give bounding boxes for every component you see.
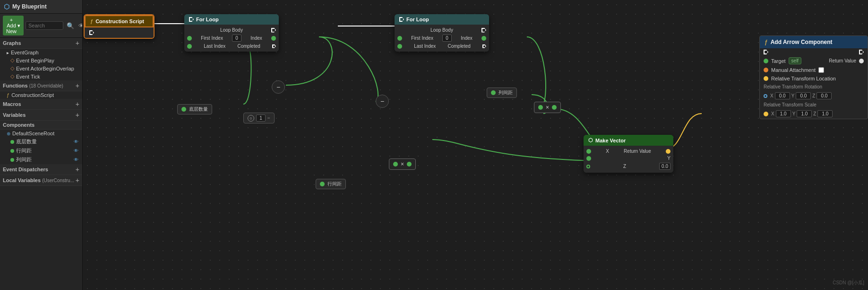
event-icon: ◇ (10, 57, 14, 63)
sidebar-toolbar: + Add New ▾ 🔍 👁 (0, 14, 82, 38)
make-vector-y-row: Y (584, 155, 673, 162)
rotation-z-input[interactable] (816, 92, 832, 99)
watermark: CSDN @[小瓜] (833, 280, 864, 286)
multiply-node-upper: × (534, 102, 561, 113)
eye-icon-col[interactable]: 👁 (74, 157, 78, 162)
sidebar: ⬡ My Blueprint + Add New ▾ 🔍 👁 Graphs + … (0, 0, 83, 290)
index-out-pin-fl2 (481, 36, 486, 41)
for-loop-1-node: For Loop Loop Body First Index 0 Index L… (184, 14, 279, 52)
sidebar-item-var-row[interactable]: 行间距 👁 (0, 146, 82, 155)
add-arrow-component-panel: ƒ Add Arrow Component Target self Return… (759, 35, 868, 119)
return-value-pin (859, 59, 864, 63)
scale-x-input[interactable] (776, 110, 791, 117)
last-index-in-pin-fl2 (397, 44, 402, 49)
eye-icon-base[interactable]: 👁 (74, 139, 78, 144)
eye-icon-button[interactable]: 👁 (77, 22, 83, 30)
exec-out-pin (89, 30, 94, 35)
event-icon-2: ◇ (10, 65, 14, 71)
multiply-node-lower: × (389, 158, 416, 170)
sidebar-item-event-beginplay[interactable]: ◇ Event BeginPlay (0, 56, 82, 64)
sidebar-item-default-scene-root[interactable]: ⊕ DefaultSceneRoot (0, 130, 82, 137)
rotation-pin (764, 94, 767, 98)
for-loop-1-exec-row: Loop Body (184, 26, 279, 34)
add-new-button[interactable]: + Add New ▾ (3, 16, 24, 35)
component-icon-root: ⊕ (7, 131, 10, 136)
components-section: Components (0, 121, 82, 130)
col-distance-node: 列间距 (487, 88, 517, 98)
value-1-node: ○ 1 − (243, 113, 275, 123)
fn-icon-cs: ƒ (90, 18, 93, 24)
construction-script-node: ƒ Construction Script (84, 14, 155, 39)
make-vector-header: ⬡ Make Vector (584, 135, 673, 146)
make-vector-x-row: X Return Value (584, 148, 673, 155)
panel-scale-values-row: X Y Z (760, 109, 868, 119)
sidebar-item-eventgraph[interactable]: ▸ EventGraph (0, 49, 82, 56)
multiply-upper-in1 (538, 105, 543, 110)
sidebar-item-event-tick[interactable]: ◇ Event Tick (0, 72, 82, 80)
for-loop-2-exec-row: Loop Body (395, 26, 489, 34)
var-base-node: 底层数量 (177, 104, 212, 114)
construction-script-header: ƒ Construction Script (85, 15, 154, 27)
multiply-lower-out (407, 162, 412, 167)
var-color-green-3 (10, 158, 14, 162)
make-vector-node: ⬡ Make Vector X Return Value Y Z 0.0 (584, 135, 673, 173)
blueprint-canvas[interactable]: ƒ Construction Script For Loop Loop Body… (83, 0, 868, 290)
variables-add-button[interactable]: + (76, 111, 79, 119)
exec-in-pin-fl1 (189, 17, 194, 22)
event-dispatchers-add-button[interactable]: + (76, 166, 79, 173)
row-distance-node: 行间距 (316, 179, 346, 189)
chevron-down-icon: ▾ (17, 23, 20, 29)
for-loop-2-header: For Loop (395, 14, 489, 25)
rotation-y-input[interactable] (796, 92, 811, 99)
index-out-pin-fl1 (271, 36, 276, 41)
blueprint-icon: ⬡ (4, 3, 9, 10)
panel-target-row: Target self Return Value (760, 56, 868, 66)
last-index-in-pin-fl1 (187, 44, 192, 49)
panel-rotation-values-row: X Y Z (760, 91, 868, 101)
search-input[interactable] (26, 21, 63, 30)
row-distance-pin (320, 182, 325, 186)
rotation-x-input[interactable] (775, 92, 790, 99)
make-vector-z-row: Z 0.0 (584, 162, 673, 171)
fn-icon-arrow: ƒ (765, 39, 768, 45)
sidebar-item-var-base[interactable]: 底层数量 👁 (0, 137, 82, 146)
target-pin (764, 59, 768, 63)
functions-add-button[interactable]: + (76, 82, 79, 89)
multiply-lower-in1 (393, 162, 398, 167)
for-loop-2-first-index-row: First Index 0 Index (395, 34, 489, 43)
sidebar-item-construction-script[interactable]: ƒ ConstructionScript (0, 91, 82, 99)
exec-in-pin-fl2 (399, 17, 404, 22)
function-icon: ƒ (7, 92, 9, 98)
macros-section: Macros + (0, 99, 82, 110)
event-dispatchers-section: Event Dispatchers + (0, 164, 82, 175)
col-distance-pin (491, 90, 496, 95)
sidebar-item-event-actoroverlap[interactable]: ◇ Event ActorBeginOverlap (0, 64, 82, 72)
macros-add-button[interactable]: + (76, 100, 79, 108)
sidebar-header: ⬡ My Blueprint (0, 0, 82, 14)
sidebar-item-var-col[interactable]: 列间距 👁 (0, 155, 82, 164)
scale-xyz: X Y Z (771, 110, 833, 117)
loop-body-pin-fl1 (271, 28, 276, 33)
scale-y-input[interactable] (797, 110, 812, 117)
mv-x-pin (586, 149, 591, 154)
eye-icon-row[interactable]: 👁 (74, 148, 78, 153)
manual-attachment-checkbox[interactable] (818, 67, 824, 73)
panel-exec-out (859, 50, 864, 54)
scale-pin (764, 112, 768, 116)
sidebar-icon-group: 🔍 👁 (65, 22, 83, 30)
value-circle-pin: ○ (248, 115, 254, 122)
for-loop-1-first-index-row: First Index 0 Index (184, 34, 279, 43)
search-icon-button[interactable]: 🔍 (65, 22, 76, 30)
panel-location-row: Relative Transform Location (760, 74, 868, 83)
location-pin (764, 76, 768, 81)
graphs-add-button[interactable]: + (76, 39, 79, 47)
for-loop-2-body: Loop Body First Index 0 Index Last Index… (395, 25, 489, 52)
mv-z-pin (586, 165, 590, 168)
functions-section: Functions (18 Overridable) + (0, 80, 82, 91)
for-loop-2-node: For Loop Loop Body First Index 0 Index L… (395, 14, 489, 52)
scale-z-input[interactable] (817, 110, 833, 117)
make-vector-body: X Return Value Y Z 0.0 (584, 146, 673, 173)
panel-manual-attachment-row: Manual Attachment (760, 66, 868, 74)
subtract-node-2: − (376, 95, 389, 108)
local-variables-add-button[interactable]: + (76, 176, 79, 184)
